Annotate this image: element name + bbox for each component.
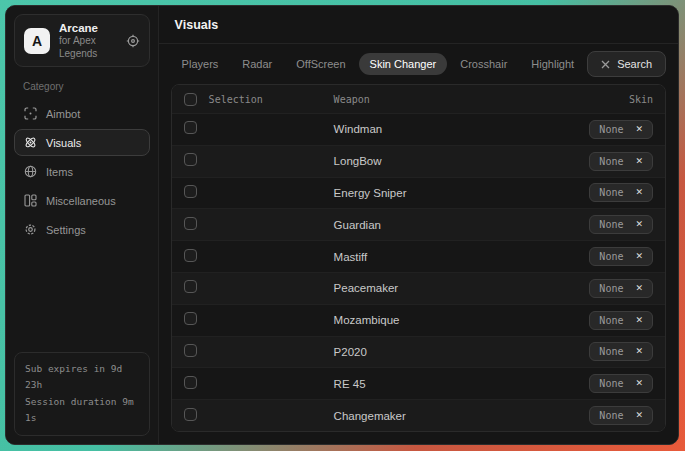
sidebar-item-label: Visuals [46, 137, 81, 149]
weapon-name: Peacemaker [334, 282, 590, 294]
sidebar-item-items[interactable]: Items [14, 158, 150, 185]
row-checkbox[interactable] [184, 344, 197, 357]
skin-badge[interactable]: None ✕ [589, 120, 653, 139]
row-checkbox[interactable] [184, 121, 197, 134]
skin-value: None [599, 410, 623, 421]
search-icon [601, 60, 610, 69]
clear-skin-icon[interactable]: ✕ [635, 284, 643, 293]
select-all-checkbox[interactable] [184, 93, 197, 106]
clear-skin-icon[interactable]: ✕ [635, 188, 643, 197]
table-row[interactable]: Energy Sniper None ✕ [172, 177, 665, 209]
skin-badge[interactable]: None ✕ [589, 247, 653, 266]
skin-value: None [599, 251, 623, 262]
sidebar-item-settings[interactable]: Settings [14, 216, 150, 243]
clear-skin-icon[interactable]: ✕ [635, 220, 643, 229]
sub-expiry-text: Sub expires in 9d 23h [25, 361, 139, 394]
tab-bar: Players Radar OffScreen Skin Changer Cro… [159, 44, 678, 83]
session-card: Sub expires in 9d 23h Session duration 9… [14, 352, 150, 437]
table-row[interactable]: Windman None ✕ [172, 113, 665, 145]
table-row[interactable]: LongBow None ✕ [172, 145, 665, 177]
row-checkbox[interactable] [184, 249, 197, 262]
weapon-name: RE 45 [334, 378, 590, 390]
skin-value: None [599, 187, 623, 198]
tab-crosshair[interactable]: Crosshair [449, 53, 518, 75]
weapon-name: Mastiff [334, 251, 590, 263]
skin-badge[interactable]: None ✕ [589, 311, 653, 330]
table-row[interactable]: Changemaker None ✕ [172, 399, 665, 431]
skin-badge[interactable]: None ✕ [589, 342, 653, 361]
column-skin: Skin [629, 94, 653, 105]
clear-skin-icon[interactable]: ✕ [635, 411, 643, 420]
table-row[interactable]: Mozambique None ✕ [172, 304, 665, 336]
skin-badge[interactable]: None ✕ [589, 215, 653, 234]
skin-value: None [599, 219, 623, 230]
sidebar-item-label: Aimbot [46, 108, 80, 120]
tab-offscreen[interactable]: OffScreen [285, 53, 356, 75]
table-row[interactable]: Guardian None ✕ [172, 208, 665, 240]
table-row[interactable]: Mastiff None ✕ [172, 240, 665, 272]
row-checkbox[interactable] [184, 217, 197, 230]
main-header: Visuals [159, 6, 678, 44]
crosshair-scan-icon [24, 107, 37, 120]
main-panel: Visuals Players Radar OffScreen Skin Cha… [158, 6, 678, 444]
skin-badge[interactable]: None ✕ [589, 374, 653, 393]
tab-highlight[interactable]: Highlight [520, 53, 585, 75]
weapon-name: P2020 [334, 346, 590, 358]
search-button[interactable]: Search [587, 51, 666, 77]
skin-value: None [599, 156, 623, 167]
sidebar-item-label: Items [46, 166, 73, 178]
table-row[interactable]: P2020 None ✕ [172, 336, 665, 368]
skin-badge[interactable]: None ✕ [589, 406, 653, 425]
sidebar-item-aimbot[interactable]: Aimbot [14, 100, 150, 127]
page-title: Visuals [175, 18, 219, 32]
skin-badge[interactable]: None ✕ [589, 152, 653, 171]
gear-icon [24, 223, 37, 236]
table-header: Selection Weapon Skin [172, 85, 665, 113]
brand-subtitle: for Apex Legends [59, 35, 117, 60]
table-row[interactable]: Peacemaker None ✕ [172, 272, 665, 304]
skin-value: None [599, 315, 623, 326]
skin-value: None [599, 124, 623, 135]
weapon-name: Windman [334, 123, 590, 135]
sidebar: A Arcane for Apex Legends Category [6, 6, 158, 444]
tab-skin-changer[interactable]: Skin Changer [359, 53, 448, 75]
table-row[interactable]: RE 45 None ✕ [172, 367, 665, 399]
skin-badge[interactable]: None ✕ [589, 279, 653, 298]
session-duration-text: Session duration 9m 1s [25, 394, 139, 427]
clear-skin-icon[interactable]: ✕ [635, 157, 643, 166]
eye-orbit-icon [24, 136, 37, 149]
target-icon[interactable] [126, 34, 140, 48]
row-checkbox[interactable] [184, 185, 197, 198]
brand-title: Arcane [59, 21, 117, 35]
weapon-name: Guardian [334, 219, 590, 231]
tab-players[interactable]: Players [171, 53, 230, 75]
row-checkbox[interactable] [184, 312, 197, 325]
sphere-icon [24, 165, 37, 178]
row-checkbox[interactable] [184, 153, 197, 166]
skin-value: None [599, 283, 623, 294]
sidebar-item-miscellaneous[interactable]: Miscellaneous [14, 187, 150, 214]
skin-value: None [599, 346, 623, 357]
app-window: A Arcane for Apex Legends Category [5, 5, 679, 445]
tab-radar[interactable]: Radar [231, 53, 283, 75]
row-checkbox[interactable] [184, 408, 197, 421]
clear-skin-icon[interactable]: ✕ [635, 252, 643, 261]
clear-skin-icon[interactable]: ✕ [635, 379, 643, 388]
brand-logo: A [24, 28, 50, 54]
category-label: Category [23, 81, 150, 92]
clear-skin-icon[interactable]: ✕ [635, 347, 643, 356]
row-checkbox[interactable] [184, 376, 197, 389]
row-checkbox[interactable] [184, 280, 197, 293]
table-body: Windman None ✕ LongBow None ✕ Energy Sni… [172, 113, 665, 431]
skin-value: None [599, 378, 623, 389]
weapon-name: Changemaker [334, 410, 590, 422]
weapon-name: Energy Sniper [334, 187, 590, 199]
skin-badge[interactable]: None ✕ [589, 183, 653, 202]
column-selection: Selection [209, 94, 263, 105]
column-weapon: Weapon [334, 94, 629, 105]
layout-grid-icon [24, 194, 37, 207]
clear-skin-icon[interactable]: ✕ [635, 125, 643, 134]
sidebar-item-label: Settings [46, 224, 86, 236]
sidebar-item-visuals[interactable]: Visuals [14, 129, 150, 156]
clear-skin-icon[interactable]: ✕ [635, 316, 643, 325]
